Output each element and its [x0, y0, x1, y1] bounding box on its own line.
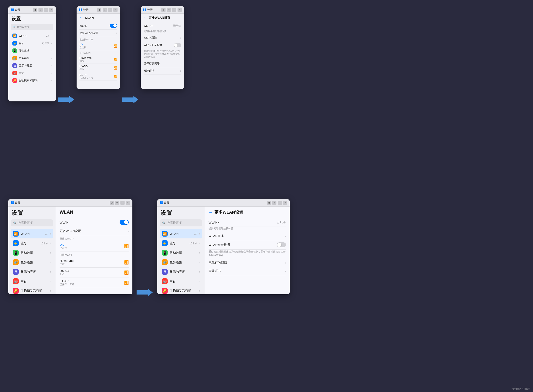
back-btn-morewlan-large[interactable]: ← — [209, 210, 213, 215]
network-item-2-1[interactable]: UX-5G 开放 📶 — [79, 64, 117, 72]
settings-item-display-1[interactable]: 🖥 显示与亮度 — [11, 62, 53, 69]
btn-refresh-wlan-1[interactable]: ↺ — [103, 8, 107, 12]
network-name-1-1: Huwe-yee — [79, 56, 114, 59]
sidebar-item-mobile-large-1[interactable]: 📱 移动数据 — [11, 248, 53, 257]
more-wlan-row-large-1[interactable]: 更多WLAN设置 — [60, 227, 129, 235]
back-btn-morewlan-1[interactable]: ← — [144, 16, 147, 20]
sidebar-item-mobile-morewlan[interactable]: 📱 移动数据 — [160, 248, 202, 257]
btn-theme-morewlan-1[interactable]: ◑ — [161, 8, 166, 12]
network-info-3-1: E1-AP 已保存，开放 — [79, 73, 114, 79]
large-window-body-1: 设置 🔍 搜索设置项 📶 WLAN UX ⚡ 蓝牙 已开启 — [8, 206, 132, 294]
btn-min-1[interactable]: ─ — [44, 8, 48, 12]
network-item-large-3[interactable]: E1-AP 已保存，开放 📶 — [60, 278, 129, 288]
btn-close-wlan-1[interactable]: ✕ — [113, 8, 117, 12]
settings-window-1: 设置 ◑ ↺ ─ ✕ 设置 🔍 搜索设置项 📶 WLAN UX ⚡ — [8, 6, 56, 101]
wlanplus-row-large[interactable]: WLAN+ 已开启 — [209, 218, 286, 226]
btn-close-1[interactable]: ✕ — [49, 8, 53, 12]
btn-close-morewlan-1[interactable]: ✕ — [177, 8, 182, 12]
connected-status-large-1: 已连接 — [60, 246, 124, 250]
btn-refresh-large-1[interactable]: ↺ — [115, 201, 119, 205]
morewlan-wlanplus-1[interactable]: WLAN+ 已开启 — [144, 22, 181, 29]
sidebar-display-label-morewlan: 显示与亮度 — [170, 270, 197, 274]
sidebar-item-wlan-morewlan[interactable]: 📶 WLAN UX — [160, 229, 202, 238]
btn-min-morewlan-large[interactable]: ─ — [278, 201, 282, 205]
sidebar-item-sound-morewlan[interactable]: 🔊 声音 — [160, 276, 202, 286]
btn-theme-1[interactable]: ◑ — [33, 8, 37, 12]
wifi-icon-large-2: 📶 — [124, 270, 129, 275]
search-bar-large-1[interactable]: 🔍 搜索设置项 — [11, 219, 53, 226]
connected-network-info-1: UX 已连接 — [79, 43, 114, 49]
connected-network-large-1[interactable]: UX 已连接 📶 — [60, 241, 129, 252]
sidebar-wlan-value-morewlan: UX — [194, 232, 197, 235]
security-toggle-large[interactable] — [277, 242, 286, 247]
btn-theme-large-1[interactable]: ◑ — [110, 201, 114, 205]
sidebar-item-bio-large-1[interactable]: 🔑 生物识别和密码 — [11, 286, 53, 294]
morewlan-saved-1[interactable]: 已保存的网络 — [144, 60, 181, 67]
search-bar-1[interactable]: 🔍 搜索设置项 — [11, 24, 53, 30]
security-toggle-1[interactable] — [174, 43, 181, 47]
sidebar-item-connect-large-1[interactable]: 🔗 更多连接 — [11, 257, 53, 267]
settings-item-sound-1[interactable]: 🔊 声音 — [11, 69, 53, 77]
sidebar-item-connect-morewlan[interactable]: 🔗 更多连接 — [160, 257, 202, 267]
sidebar-item-sound-large-1[interactable]: 🔊 声音 — [11, 276, 53, 286]
btn-close-large-1[interactable]: ✕ — [126, 201, 130, 205]
saved-row-large[interactable]: 已保存的网络 — [209, 259, 286, 267]
back-btn-wlan-1[interactable]: ← — [79, 16, 83, 19]
network-item-large-2[interactable]: UX-5G 开放 📶 — [60, 268, 129, 278]
titlebar-text-large-1: 设置 — [15, 201, 110, 205]
titlebar-text-wlan-1: 设置 — [83, 8, 97, 12]
wlan-main-title-1: WLAN — [60, 210, 73, 215]
wlanplus-chevron-large — [285, 220, 286, 224]
wlan-toggle-1[interactable] — [110, 23, 117, 28]
connected-network-1[interactable]: UX 已连接 📶 — [79, 42, 117, 50]
settings-item-connect-1[interactable]: 🔗 更多连接 — [11, 54, 53, 62]
sidebar-bio-icon-morewlan: 🔑 — [162, 288, 168, 294]
titlebar-text-morewlan-1: 设置 — [147, 8, 161, 12]
settings-item-mobile-1[interactable]: 📱 移动数据 — [11, 47, 53, 54]
connect-chevron-1 — [51, 56, 52, 60]
btn-theme-morewlan-large[interactable]: ◑ — [267, 201, 271, 205]
more-wlan-row-1[interactable]: 更多WLAN设置 — [79, 30, 117, 37]
sidebar-wlan-icon-1: 📶 — [13, 231, 19, 237]
btn-refresh-morewlan-1[interactable]: ↺ — [167, 8, 171, 12]
sidebar-mobile-chevron-1 — [50, 251, 51, 255]
search-bar-morewlan[interactable]: 🔍 搜索设置项 — [160, 219, 202, 226]
sidebar-item-wlan-large-1[interactable]: 📶 WLAN UX — [11, 229, 53, 238]
btn-close-morewlan-large[interactable]: ✕ — [283, 201, 287, 205]
settings-item-bt-1[interactable]: ⚡ 蓝牙 已开启 — [11, 40, 53, 47]
btn-refresh-morewlan-large[interactable]: ↺ — [272, 201, 276, 205]
sidebar-item-display-large-1[interactable]: 🖥 显示与亮度 — [11, 267, 53, 276]
btn-min-wlan-1[interactable]: ─ — [108, 8, 112, 12]
security-row-large[interactable]: WLAN安全检测 — [209, 240, 286, 250]
btn-theme-wlan-1[interactable]: ◑ — [97, 8, 101, 12]
titlebar-1: 设置 ◑ ↺ ─ ✕ — [8, 6, 56, 14]
wlan-toggle-large-1[interactable] — [120, 220, 129, 225]
sidebar-item-bt-morewlan[interactable]: ⚡ 蓝牙 已开启 — [160, 238, 202, 248]
large-window-body-morewlan: 设置 🔍 搜索设置项 📶 WLAN UX ⚡ 蓝牙 已开启 — [157, 206, 290, 294]
direct-row-large[interactable]: WLAN直连 — [209, 232, 286, 240]
sidebar-item-bio-morewlan[interactable]: 🔑 生物识别和密码 — [160, 286, 202, 294]
morewlan-security-1[interactable]: WLAN安全检测 — [144, 41, 181, 49]
sidebar-item-bt-large-1[interactable]: ⚡ 蓝牙 已开启 — [11, 238, 53, 248]
network-item-3-1[interactable]: E1-AP 已保存，开放 📶 — [79, 72, 117, 81]
morewlan-cert-1[interactable]: 安装证书 — [144, 67, 181, 75]
settings-item-bio-1[interactable]: 🔑 生物识别和密码 — [11, 77, 53, 84]
network-item-1-1[interactable]: Huwe-yee 加密 📶 — [79, 55, 117, 64]
sidebar-item-display-morewlan[interactable]: 🖥 显示与亮度 — [160, 267, 202, 276]
wlan-toggle-row-large-1: WLAN — [60, 218, 129, 227]
settings-item-wlan-1[interactable]: 📶 WLAN UX — [11, 32, 53, 40]
connect-icon-1: 🔗 — [12, 56, 17, 61]
btn-min-large-1[interactable]: ─ — [121, 201, 125, 205]
sidebar-bio-label-morewlan: 生物识别和密码 — [170, 289, 197, 293]
morewlan-direct-1[interactable]: WLAN直连 — [144, 34, 181, 41]
network-item-large-1[interactable]: Huwe-yee 加密 📶 — [60, 257, 129, 268]
sidebar-bt-label-1: 蓝牙 — [21, 241, 38, 245]
btn-refresh-1[interactable]: ↺ — [38, 8, 43, 12]
btn-min-morewlan-1[interactable]: ─ — [172, 8, 176, 12]
cert-row-large[interactable]: 安装证书 — [209, 267, 286, 275]
sidebar-connect-icon-1: 🔗 — [13, 259, 19, 265]
window-controls-1: ◑ ↺ ─ ✕ — [33, 8, 53, 12]
network-name-large-1: Huwe-yee — [60, 259, 124, 262]
sound-label-1: 声音 — [19, 71, 49, 75]
wlanplus-sub-1: 提升网络智能连接体验 — [144, 29, 181, 34]
